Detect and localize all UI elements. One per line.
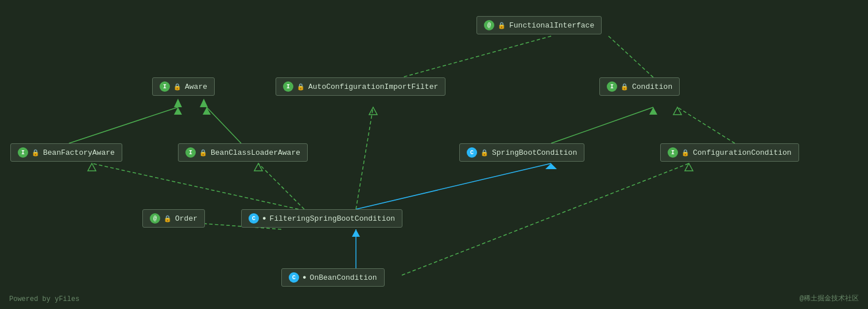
label-spring-boot-condition: SpringBootCondition: [492, 148, 577, 157]
label-bean-class-loader-aware: BeanClassLoaderAware: [211, 148, 300, 157]
icon-auto-config: 🔒: [297, 83, 305, 91]
svg-marker-23: [174, 99, 182, 107]
svg-line-2: [69, 107, 178, 143]
svg-line-8: [551, 107, 653, 143]
node-functional-interface[interactable]: @ 🔒 FunctionalInterface: [476, 16, 602, 34]
svg-line-1: [402, 36, 551, 77]
label-configuration-condition: ConfigurationCondition: [693, 148, 792, 157]
svg-marker-15: [88, 163, 96, 171]
label-filtering: FilteringSpringBootCondition: [270, 214, 395, 223]
svg-marker-11: [673, 107, 681, 115]
icon-bean-class-loader-aware: 🔒: [199, 149, 207, 157]
footer-left: Powered by yFiles: [9, 295, 79, 303]
label-bean-factory-aware: BeanFactoryAware: [43, 148, 115, 157]
label-functional-interface: FunctionalInterface: [509, 21, 594, 30]
svg-marker-24: [200, 99, 208, 107]
svg-line-0: [609, 36, 653, 77]
svg-marker-13: [545, 163, 557, 169]
badge-bean-class-loader-aware: I: [185, 147, 196, 158]
svg-line-4: [207, 107, 241, 143]
label-condition: Condition: [632, 83, 672, 91]
node-configuration-condition[interactable]: I 🔒 ConfigurationCondition: [660, 143, 799, 162]
icon-order: 🔒: [164, 215, 172, 222]
badge-bean-factory-aware: I: [18, 147, 28, 158]
icon-condition: 🔒: [621, 83, 629, 91]
node-order[interactable]: @ 🔒 Order: [142, 209, 205, 228]
svg-marker-17: [254, 163, 262, 171]
svg-marker-3: [174, 107, 182, 115]
badge-condition: I: [607, 81, 617, 92]
label-on-bean: OnBeanCondition: [310, 273, 377, 282]
node-spring-boot-condition[interactable]: C 🔒 SpringBootCondition: [459, 143, 584, 162]
node-condition[interactable]: I 🔒 Condition: [599, 77, 680, 96]
svg-line-21: [402, 163, 689, 275]
badge-spring-boot-condition: C: [467, 147, 477, 158]
svg-line-14: [92, 163, 299, 209]
icon-configuration-condition: 🔒: [681, 149, 689, 157]
node-bean-class-loader-aware[interactable]: I 🔒 BeanClassLoaderAware: [178, 143, 308, 162]
svg-line-10: [677, 107, 735, 143]
footer-right: @稀土掘金技术社区: [800, 294, 859, 303]
icon-on-bean: ●: [303, 274, 307, 281]
badge-auto-config: I: [283, 81, 293, 92]
svg-marker-22: [685, 163, 693, 171]
badge-aware: I: [160, 81, 170, 92]
svg-line-12: [356, 163, 551, 209]
label-order: Order: [175, 214, 197, 223]
svg-marker-7: [369, 107, 377, 115]
icon-bean-factory-aware: 🔒: [32, 149, 40, 157]
icon-aware: 🔒: [173, 83, 181, 91]
node-aware[interactable]: I 🔒 Aware: [152, 77, 215, 96]
svg-marker-20: [352, 229, 360, 237]
diagram-container: @ 🔒 FunctionalInterface I 🔒 Aware I 🔒 Au…: [0, 0, 868, 309]
icon-spring-boot-condition: 🔒: [480, 149, 489, 157]
svg-line-16: [258, 163, 304, 209]
node-filtering-spring-boot-condition[interactable]: C ● FilteringSpringBootCondition: [241, 209, 402, 228]
icon-functional-interface: 🔒: [498, 22, 506, 29]
badge-order: @: [150, 213, 160, 224]
label-auto-config: AutoConfigurationImportFilter: [308, 83, 438, 91]
svg-line-6: [356, 107, 373, 209]
badge-functional-interface: @: [484, 20, 494, 30]
node-on-bean-condition[interactable]: C ● OnBeanCondition: [281, 268, 385, 287]
node-bean-factory-aware[interactable]: I 🔒 BeanFactoryAware: [10, 143, 122, 162]
label-aware: Aware: [185, 83, 207, 91]
badge-configuration-condition: I: [668, 147, 678, 158]
node-auto-config-import-filter[interactable]: I 🔒 AutoConfigurationImportFilter: [276, 77, 445, 96]
badge-filtering: C: [249, 213, 259, 224]
svg-marker-9: [649, 107, 657, 115]
badge-on-bean: C: [289, 272, 299, 283]
icon-filtering: ●: [262, 215, 266, 222]
svg-marker-5: [203, 107, 211, 115]
